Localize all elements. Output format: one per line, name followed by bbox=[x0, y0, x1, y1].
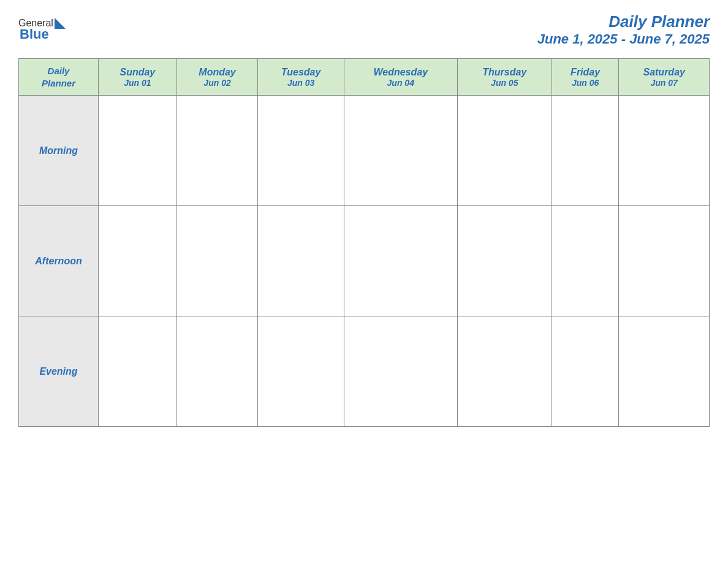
col-header-saturday: Saturday Jun 07 bbox=[619, 59, 710, 96]
afternoon-saturday-cell[interactable] bbox=[619, 206, 710, 316]
col-header-sunday: Sunday Jun 01 bbox=[99, 59, 177, 96]
page-header: General Blue Daily Planner June 1, 2025 … bbox=[18, 12, 710, 47]
afternoon-label: Afternoon bbox=[19, 206, 99, 316]
afternoon-sunday-cell[interactable] bbox=[99, 206, 177, 316]
logo: General Blue bbox=[18, 18, 66, 42]
day-name-wednesday: Wednesday bbox=[347, 67, 454, 78]
corner-label-line2: Planner bbox=[42, 78, 75, 88]
evening-saturday-cell[interactable] bbox=[619, 316, 710, 427]
col-header-wednesday: Wednesday Jun 04 bbox=[344, 59, 457, 96]
morning-thursday-cell[interactable] bbox=[457, 96, 552, 206]
day-date-friday: Jun 06 bbox=[555, 78, 616, 88]
page-title: Daily Planner bbox=[537, 12, 710, 31]
day-date-monday: Jun 02 bbox=[180, 78, 255, 88]
day-name-monday: Monday bbox=[180, 67, 255, 78]
evening-row: Evening bbox=[19, 316, 710, 427]
afternoon-wednesday-cell[interactable] bbox=[344, 206, 457, 316]
afternoon-thursday-cell[interactable] bbox=[457, 206, 552, 316]
day-date-wednesday: Jun 04 bbox=[347, 78, 454, 88]
evening-thursday-cell[interactable] bbox=[457, 316, 552, 427]
afternoon-monday-cell[interactable] bbox=[176, 206, 258, 316]
col-header-monday: Monday Jun 02 bbox=[176, 59, 258, 96]
morning-monday-cell[interactable] bbox=[176, 96, 258, 206]
day-name-sunday: Sunday bbox=[102, 67, 173, 78]
logo-blue-text: Blue bbox=[18, 26, 49, 42]
date-range: June 1, 2025 - June 7, 2025 bbox=[537, 31, 710, 47]
afternoon-tuesday-cell[interactable] bbox=[258, 206, 344, 316]
morning-friday-cell[interactable] bbox=[552, 96, 619, 206]
day-date-tuesday: Jun 03 bbox=[261, 78, 340, 88]
col-header-thursday: Thursday Jun 05 bbox=[457, 59, 552, 96]
morning-row: Morning bbox=[19, 96, 710, 206]
day-name-friday: Friday bbox=[555, 67, 616, 78]
evening-wednesday-cell[interactable] bbox=[344, 316, 457, 427]
evening-sunday-cell[interactable] bbox=[99, 316, 177, 427]
day-date-thursday: Jun 05 bbox=[461, 78, 548, 88]
title-section: Daily Planner June 1, 2025 - June 7, 202… bbox=[537, 12, 710, 47]
table-corner-header: Daily Planner bbox=[19, 59, 99, 96]
planner-table: Daily Planner Sunday Jun 01 Monday Jun 0… bbox=[18, 58, 710, 427]
morning-label: Morning bbox=[19, 96, 99, 206]
evening-label: Evening bbox=[19, 316, 99, 427]
day-name-thursday: Thursday bbox=[461, 67, 548, 78]
evening-friday-cell[interactable] bbox=[552, 316, 619, 427]
corner-label-line1: Daily bbox=[48, 66, 70, 76]
evening-tuesday-cell[interactable] bbox=[258, 316, 344, 427]
day-date-saturday: Jun 07 bbox=[622, 78, 706, 88]
afternoon-friday-cell[interactable] bbox=[552, 206, 619, 316]
afternoon-row: Afternoon bbox=[19, 206, 710, 316]
table-header-row: Daily Planner Sunday Jun 01 Monday Jun 0… bbox=[19, 59, 710, 96]
morning-saturday-cell[interactable] bbox=[619, 96, 710, 206]
day-name-tuesday: Tuesday bbox=[261, 67, 340, 78]
day-name-saturday: Saturday bbox=[622, 67, 706, 78]
morning-tuesday-cell[interactable] bbox=[258, 96, 344, 206]
morning-sunday-cell[interactable] bbox=[99, 96, 177, 206]
evening-monday-cell[interactable] bbox=[176, 316, 258, 427]
col-header-friday: Friday Jun 06 bbox=[552, 59, 619, 96]
morning-wednesday-cell[interactable] bbox=[344, 96, 457, 206]
col-header-tuesday: Tuesday Jun 03 bbox=[258, 59, 344, 96]
logo-triangle-icon bbox=[55, 18, 66, 29]
day-date-sunday: Jun 01 bbox=[102, 78, 173, 88]
